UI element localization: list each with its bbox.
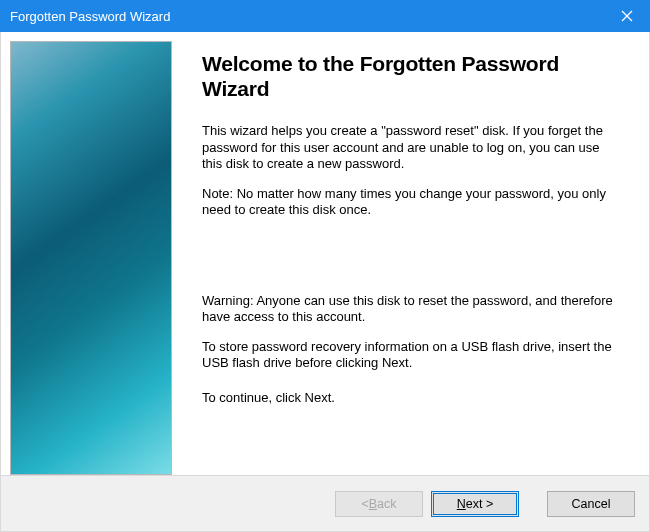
window-body: Welcome to the Forgotten Password Wizard… [0,32,650,532]
back-accel: B [369,497,377,511]
window-title: Forgotten Password Wizard [10,9,170,24]
wizard-continue-text: To continue, click Next. [202,390,618,406]
wizard-note-text: Note: No matter how many times you chang… [202,186,618,219]
wizard-footer: < Back Next > Cancel [1,475,649,531]
cancel-button[interactable]: Cancel [547,491,635,517]
close-button[interactable] [604,0,650,32]
titlebar: Forgotten Password Wizard [0,0,650,32]
wizard-usb-text: To store password recovery information o… [202,339,618,372]
close-icon [621,10,633,22]
wizard-heading: Welcome to the Forgotten Password Wizard [202,51,618,101]
next-accel: N [457,497,466,511]
content-area: Welcome to the Forgotten Password Wizard… [1,32,649,475]
back-button: < Back [335,491,423,517]
wizard-main-panel: Welcome to the Forgotten Password Wizard… [172,41,640,475]
back-suffix: ack [377,497,396,511]
next-button[interactable]: Next > [431,491,519,517]
next-suffix: ext > [466,497,493,511]
wizard-intro-text: This wizard helps you create a "password… [202,123,618,172]
back-prefix: < [361,497,368,511]
wizard-warning-text: Warning: Anyone can use this disk to res… [202,293,618,326]
wizard-side-graphic [10,41,172,475]
cancel-label: Cancel [572,497,611,511]
